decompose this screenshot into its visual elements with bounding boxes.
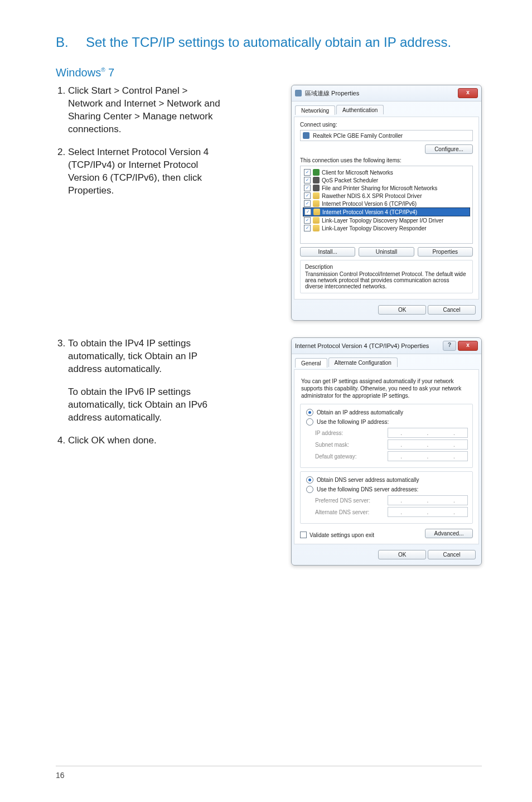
checkbox-icon[interactable] xyxy=(304,200,311,207)
step-2: Select Internet Protocol Version 4 (TCP/… xyxy=(68,146,223,197)
checkbox-icon[interactable] xyxy=(304,185,311,191)
checkbox-icon[interactable] xyxy=(304,209,311,215)
description-text: Transmission Control Protocol/Internet P… xyxy=(305,271,468,289)
close-icon[interactable]: x xyxy=(458,88,478,98)
section-letter: B. xyxy=(56,33,86,51)
connect-using-label: Connect using: xyxy=(300,122,473,128)
advanced-button[interactable]: Advanced... xyxy=(425,529,473,538)
checkbox-icon[interactable] xyxy=(304,177,311,183)
cancel-button[interactable]: Cancel xyxy=(428,550,476,559)
tab-networking[interactable]: Networking xyxy=(295,105,335,115)
ip-address-field: ... xyxy=(388,428,468,438)
close-icon[interactable]: x xyxy=(458,341,478,351)
alt-dns-field: ... xyxy=(388,507,468,517)
adapter-icon xyxy=(303,132,309,139)
dialog-ipv4-properties: Internet Protocol Version 4 (TCP/IPv4) P… xyxy=(291,337,482,566)
client-icon xyxy=(313,169,320,176)
install-button[interactable]: Install... xyxy=(300,247,355,257)
item-6: Link-Layer Topology Discovery Mapper I/O… xyxy=(322,218,443,224)
dialog2-title: Internet Protocol Version 4 (TCP/IPv4) P… xyxy=(295,342,429,349)
subnet-label: Subnet mask: xyxy=(315,442,388,448)
fileshare-icon xyxy=(313,185,320,191)
checkbox-icon[interactable] xyxy=(304,192,311,199)
adapter-name: Realtek PCIe GBE Family Controller xyxy=(313,133,403,139)
description-label: Description xyxy=(305,264,468,270)
radio-obtain-dns-label: Obtain DNS server address automatically xyxy=(317,477,419,483)
radio-use-dns-label: Use the following DNS server addresses: xyxy=(317,486,418,492)
validate-label: Validate settings upon exit xyxy=(309,532,374,538)
protocol-icon xyxy=(313,217,320,224)
radio-use-ip[interactable] xyxy=(306,418,313,426)
configure-button[interactable]: Configure... xyxy=(425,144,473,154)
radio-obtain-ip-label: Obtain an IP address automatically xyxy=(317,409,403,416)
section-heading: B. Set the TCP/IP settings to automatica… xyxy=(56,33,482,51)
help-icon[interactable]: ? xyxy=(443,341,456,351)
ip-address-label: IP address: xyxy=(315,430,388,436)
adapter-field: Realtek PCIe GBE Family Controller xyxy=(300,130,473,141)
page-number: 16 xyxy=(0,766,532,780)
uninstall-button[interactable]: Uninstall xyxy=(359,247,414,257)
tab-authentication[interactable]: Authentication xyxy=(336,105,384,114)
protocol-icon xyxy=(313,209,320,215)
step-1: Click Start > Control Panel > Network an… xyxy=(68,85,223,136)
subnet-field: ... xyxy=(388,439,468,450)
step-3: To obtain the IPv4 IP settings automatic… xyxy=(68,337,223,376)
gateway-field: ... xyxy=(388,451,468,461)
ok-button[interactable]: OK xyxy=(378,305,426,315)
info-text: You can get IP settings assigned automat… xyxy=(301,378,472,399)
reg-mark: ® xyxy=(101,67,105,74)
cancel-button[interactable]: Cancel xyxy=(428,305,476,315)
os-name: Windows xyxy=(56,66,101,79)
dialog1-title: 區域連線 Properties xyxy=(305,89,359,98)
tab-alternate[interactable]: Alternate Configuration xyxy=(328,357,398,367)
dialog-icon xyxy=(295,90,302,96)
item-7: Link-Layer Topology Discovery Responder xyxy=(322,225,427,231)
protocol-icon xyxy=(313,200,320,207)
gateway-label: Default gateway: xyxy=(315,453,388,460)
checkbox-icon[interactable] xyxy=(304,225,311,231)
protocol-icon xyxy=(313,225,320,231)
dialog-connection-properties: 區域連線 Properties x Networking Authenticat… xyxy=(291,85,482,321)
radio-use-dns[interactable] xyxy=(306,486,313,493)
section-title: Set the TCP/IP settings to automatically… xyxy=(86,33,451,51)
steps-list-3: Click OK when done. xyxy=(56,434,223,447)
pref-dns-label: Preferred DNS server: xyxy=(315,497,388,504)
radio-use-ip-label: Use the following IP address: xyxy=(317,419,389,425)
steps-list-2: To obtain the IPv4 IP settings automatic… xyxy=(56,337,223,376)
step-3b: To obtain the IPv6 IP settings automatic… xyxy=(68,386,223,424)
step-4: Click OK when done. xyxy=(68,434,223,447)
ok-button[interactable]: OK xyxy=(378,550,426,559)
radio-obtain-dns[interactable] xyxy=(306,476,313,484)
uses-label: This connection uses the following items… xyxy=(300,157,473,163)
item-0: Client for Microsoft Networks xyxy=(322,170,393,176)
connection-items-list[interactable]: Client for Microsoft Networks QoS Packet… xyxy=(300,166,473,244)
item-5: Internet Protocol Version 4 (TCP/IPv4) xyxy=(322,209,417,215)
item-2: File and Printer Sharing for Microsoft N… xyxy=(322,185,437,191)
sub-heading: Windows® 7 xyxy=(56,66,482,79)
steps-list-1: Click Start > Control Panel > Network an… xyxy=(56,85,223,197)
scheduler-icon xyxy=(313,177,320,183)
pref-dns-field: ... xyxy=(388,495,468,505)
checkbox-icon[interactable] xyxy=(304,217,311,224)
protocol-icon xyxy=(313,192,320,199)
item-1: QoS Packet Scheduler xyxy=(322,177,378,183)
os-version: 7 xyxy=(105,66,115,79)
item-4: Internet Protocol Version 6 (TCP/IPv6) xyxy=(322,201,417,207)
tab-general[interactable]: General xyxy=(295,358,327,368)
validate-checkbox[interactable] xyxy=(300,532,307,538)
radio-obtain-ip[interactable] xyxy=(306,409,313,416)
alt-dns-label: Alternate DNS server: xyxy=(315,509,388,515)
item-3: Rawether NDIS 6.X SPR Protocol Driver xyxy=(322,193,422,199)
properties-button[interactable]: Properties xyxy=(418,247,473,257)
checkbox-icon[interactable] xyxy=(304,169,311,176)
